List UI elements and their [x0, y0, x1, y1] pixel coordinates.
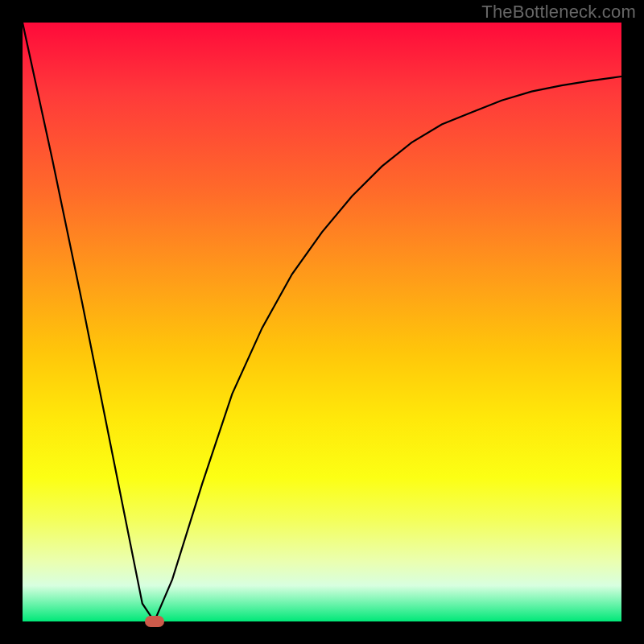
chart-frame: TheBottleneck.com [0, 0, 644, 644]
plot-area [23, 23, 621, 621]
watermark-text: TheBottleneck.com [481, 2, 636, 23]
optimum-marker [145, 616, 164, 627]
bottleneck-curve [23, 23, 621, 621]
